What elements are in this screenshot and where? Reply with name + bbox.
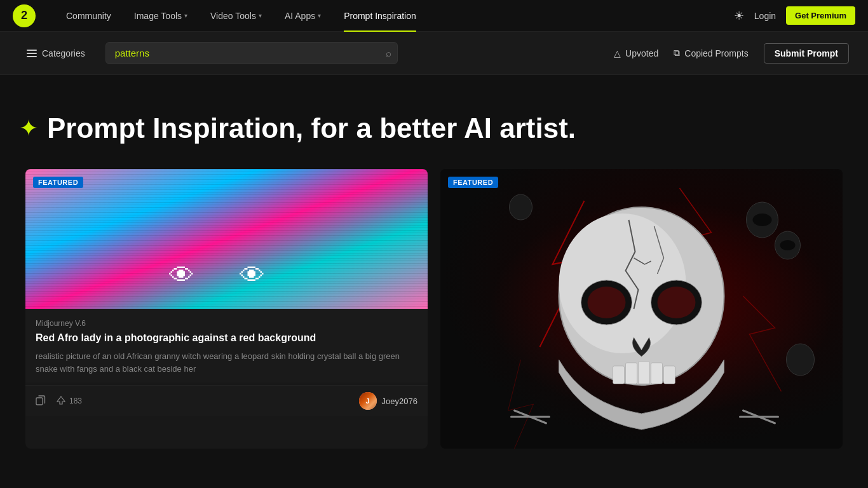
- site-logo[interactable]: 2: [13, 4, 36, 27]
- upvoted-button[interactable]: △ Upvoted: [614, 48, 658, 58]
- card-actions: 183: [36, 395, 82, 407]
- search-input[interactable]: [105, 42, 398, 64]
- card-description: realistic picture of an old African gran…: [36, 350, 417, 375]
- copy-icon: [36, 395, 46, 407]
- search-submit-button[interactable]: ⌕: [386, 48, 391, 58]
- avatar: J: [359, 392, 377, 410]
- navbar-right: ☀ Login Get Premium: [734, 6, 855, 25]
- nav-item-prompt-inspiration[interactable]: Prompt Inspiration: [332, 0, 428, 32]
- card-2: FEATURED: [440, 169, 843, 449]
- navbar: 2 Community Image Tools ▾ Video Tools ▾ …: [0, 0, 868, 32]
- svg-point-6: [787, 344, 815, 376]
- chevron-down-icon: ▾: [259, 12, 262, 19]
- sparkle-icon: ✦: [19, 117, 38, 140]
- hero-section: ✦ Prompt Inspiration, for a better AI ar…: [0, 75, 868, 169]
- copy-prompt-button[interactable]: [36, 395, 46, 407]
- login-button[interactable]: Login: [754, 11, 776, 21]
- upvote-icon: △: [614, 48, 621, 58]
- svg-point-16: [588, 287, 626, 318]
- search-icon: ⌕: [386, 48, 391, 58]
- categories-button[interactable]: Categories: [19, 43, 93, 64]
- upvote-button[interactable]: 183: [56, 395, 82, 407]
- svg-rect-15: [664, 366, 675, 384]
- svg-rect-14: [651, 363, 663, 384]
- card-footer: 183 J Joey2076: [25, 385, 428, 416]
- search-input-wrapper: ⌕: [105, 42, 398, 64]
- cards-grid: FEATURED Midjourney V.6 Red Afro lady in…: [0, 169, 868, 449]
- submit-prompt-button[interactable]: Submit Prompt: [764, 43, 849, 64]
- chevron-down-icon: ▾: [184, 12, 187, 19]
- search-bar: Categories ⌕ △ Upvoted ⧉ Copied Prompts …: [0, 32, 868, 75]
- avatar-image: J: [359, 392, 377, 410]
- skull-svg: [440, 169, 843, 449]
- card-model: Midjourney V.6: [36, 319, 417, 328]
- search-bar-right: △ Upvoted ⧉ Copied Prompts Submit Prompt: [614, 43, 849, 64]
- svg-point-4: [780, 240, 796, 250]
- hamburger-icon: [27, 50, 37, 57]
- premium-button[interactable]: Get Premium: [786, 6, 855, 25]
- featured-badge: FEATURED: [448, 177, 498, 188]
- svg-rect-11: [613, 366, 625, 384]
- card-image: [440, 169, 843, 449]
- svg-point-17: [658, 287, 696, 318]
- svg-point-2: [753, 214, 772, 226]
- nav-item-ai-apps[interactable]: AI Apps ▾: [273, 0, 332, 32]
- svg-point-5: [510, 194, 532, 220]
- upvote-arrow-icon: [56, 395, 66, 407]
- featured-badge: FEATURED: [33, 177, 83, 188]
- copied-prompts-button[interactable]: ⧉ Copied Prompts: [674, 48, 748, 58]
- svg-rect-13: [639, 362, 650, 384]
- upvote-count: 183: [69, 396, 82, 405]
- nav-links: Community Image Tools ▾ Video Tools ▾ AI…: [55, 0, 734, 32]
- user-name: Joey2076: [382, 396, 417, 406]
- card-user: J Joey2076: [359, 392, 417, 410]
- card-title: Red Afro lady in a photographic against …: [36, 332, 417, 345]
- sun-icon: ☀: [734, 9, 744, 23]
- chevron-down-icon: ▾: [318, 12, 321, 19]
- nav-item-community[interactable]: Community: [55, 0, 123, 32]
- copy-icon: ⧉: [674, 48, 680, 58]
- hero-title: Prompt Inspiration, for a better AI arti…: [47, 113, 576, 144]
- svg-rect-0: [36, 398, 43, 405]
- nav-item-video-tools[interactable]: Video Tools ▾: [199, 0, 273, 32]
- card-1: FEATURED Midjourney V.6 Red Afro lady in…: [25, 169, 428, 449]
- theme-toggle-button[interactable]: ☀: [734, 9, 744, 23]
- card-image: [25, 169, 428, 309]
- card-body: Midjourney V.6 Red Afro lady in a photog…: [25, 309, 428, 383]
- nav-item-image-tools[interactable]: Image Tools ▾: [123, 0, 199, 32]
- svg-rect-12: [626, 363, 637, 384]
